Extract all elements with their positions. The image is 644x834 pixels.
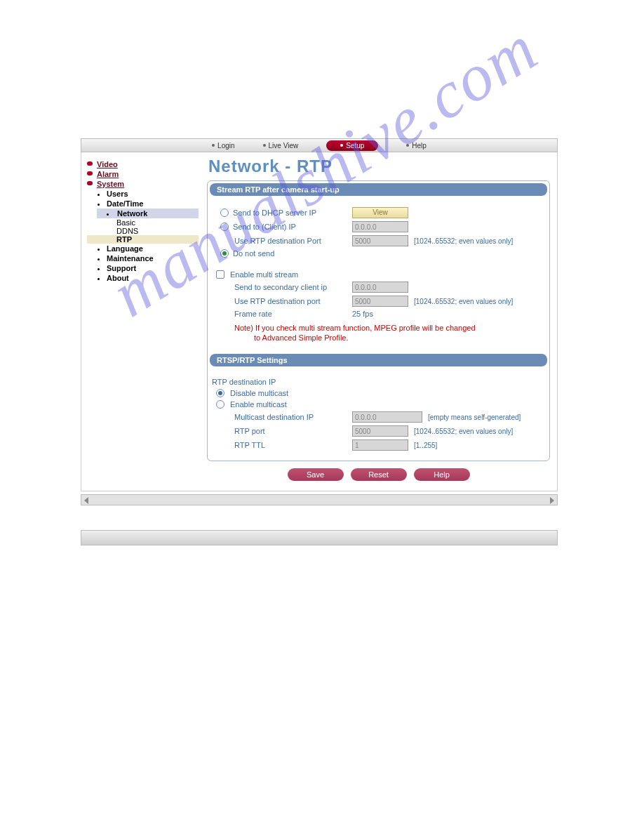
label-secondary-port: Use RTP destination port xyxy=(220,297,347,305)
sidebar-network-rtp[interactable]: RTP xyxy=(87,235,199,244)
main-content: Network - RTP Stream RTP after camera st… xyxy=(204,152,557,491)
hint-multicast-ip: [empty means self-generated] xyxy=(428,413,521,421)
nav-setup[interactable]: Setup xyxy=(326,140,378,151)
section1-header: Stream RTP after camera start-up xyxy=(210,183,547,196)
nav-help[interactable]: Help xyxy=(406,142,427,150)
panel: Stream RTP after camera start-up Send to… xyxy=(207,180,550,461)
radio-enable-multicast[interactable] xyxy=(216,400,224,409)
section2-header: RTSP/RTP Settings xyxy=(210,354,547,366)
section1-body: Send to DHCP server IP View Send to (Cli… xyxy=(208,201,549,352)
label-use-port: Use RTP destination Port xyxy=(220,237,347,245)
sidebar-users[interactable]: Users xyxy=(107,189,199,199)
label-multicast-ip: Multicast destination IP xyxy=(220,413,347,421)
sidebar-system[interactable]: System xyxy=(97,180,124,188)
hint-rtp-port: [1024..65532; even values only] xyxy=(414,237,513,245)
reset-button[interactable]: Reset xyxy=(351,468,407,481)
bottom-bar xyxy=(81,530,558,545)
app-window: Login Live View Setup Help Video Alarm S… xyxy=(81,138,558,505)
sidebar-datetime[interactable]: Date/Time xyxy=(107,199,199,208)
sidebar-language[interactable]: Language xyxy=(107,244,199,253)
input-rtsp-rtp-port[interactable] xyxy=(352,425,408,437)
radio-do-not-send[interactable] xyxy=(220,249,229,258)
radio-disable-multicast[interactable] xyxy=(216,389,224,397)
nav-live-view[interactable]: Live View xyxy=(263,142,299,150)
note-line1: Note) If you check multi stream function… xyxy=(220,321,544,333)
label-disable-multicast: Disable multicast xyxy=(230,389,288,397)
top-nav: Login Live View Setup Help xyxy=(81,138,558,152)
hint-rtsp-rtp-port: [1024..65532; even values only] xyxy=(414,428,513,435)
label-rtp-ttl: RTP TTL xyxy=(220,441,347,449)
input-client-ip[interactable] xyxy=(352,221,408,232)
sidebar-system-children-2: Language Maintenance Support About xyxy=(107,244,199,283)
sidebar-network-basic[interactable]: Basic xyxy=(116,218,199,227)
checkbox-multi-stream[interactable] xyxy=(216,270,224,279)
input-multicast-ip[interactable] xyxy=(352,411,422,423)
sidebar-video[interactable]: Video xyxy=(97,160,118,168)
sidebar-network-children: Basic DDNS RTP xyxy=(116,218,199,244)
label-rtp-dest-ip: RTP destination IP xyxy=(212,378,276,386)
input-secondary-ip[interactable] xyxy=(352,282,408,293)
label-dhcp: Send to DHCP server IP xyxy=(233,208,316,217)
note-line2: to Advanced Simple Profile. xyxy=(220,333,544,345)
radio-dhcp[interactable] xyxy=(220,208,229,217)
action-bar: Save Reset Help xyxy=(207,468,550,481)
input-rtp-ttl[interactable] xyxy=(352,439,408,451)
save-button[interactable]: Save xyxy=(288,468,344,481)
sidebar-support[interactable]: Support xyxy=(107,263,199,273)
input-secondary-port[interactable] xyxy=(352,296,408,307)
radio-client-ip[interactable] xyxy=(220,223,229,231)
hint-rtp-ttl: [1..255] xyxy=(414,442,437,449)
label-do-not-send: Do not send xyxy=(233,249,274,258)
sidebar-system-children: Users Date/Time Network xyxy=(107,189,199,218)
label-rtp-port: RTP port xyxy=(220,427,347,435)
page-title: Network - RTP xyxy=(208,157,550,176)
sidebar-network-ddns[interactable]: DDNS xyxy=(116,227,199,235)
sidebar-network[interactable]: Network xyxy=(97,208,199,218)
view-button[interactable]: View xyxy=(352,207,408,218)
sidebar-maintenance[interactable]: Maintenance xyxy=(107,253,199,263)
label-multi-stream: Enable multi stream xyxy=(230,270,298,279)
sidebar-alarm[interactable]: Alarm xyxy=(97,170,119,178)
section2-body: RTP destination IP Disable multicast Ena… xyxy=(208,372,549,461)
label-secondary-ip: Send to secondary client ip xyxy=(220,283,347,291)
value-frame-rate: 25 fps xyxy=(352,310,373,318)
horizontal-scrollbar[interactable] xyxy=(81,494,558,505)
body-area: Video Alarm System Users Date/Time Netwo… xyxy=(81,152,558,491)
input-rtp-port[interactable] xyxy=(352,235,408,246)
help-button[interactable]: Help xyxy=(414,468,470,481)
label-client-ip: Send to (Client) IP xyxy=(233,223,296,231)
sidebar-about[interactable]: About xyxy=(107,273,199,283)
sidebar: Video Alarm System Users Date/Time Netwo… xyxy=(81,152,204,491)
nav-login[interactable]: Login xyxy=(212,142,234,150)
hint-secondary-port: [1024..65532; even values only] xyxy=(414,298,513,305)
label-enable-multicast: Enable multicast xyxy=(230,400,287,409)
label-frame-rate: Frame rate xyxy=(220,310,347,318)
